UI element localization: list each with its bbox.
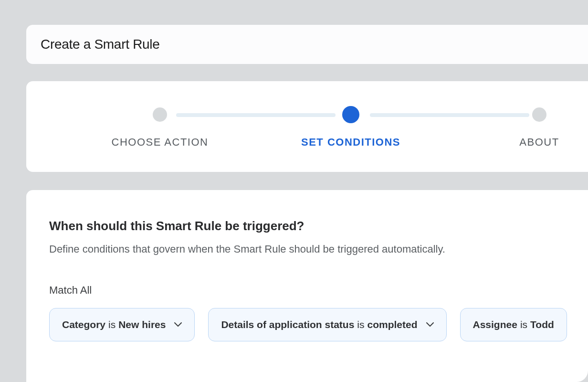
header-card: Create a Smart Rule	[26, 25, 588, 64]
condition-value: New hires	[118, 319, 166, 330]
conditions-description: Define conditions that govern when the S…	[49, 243, 565, 255]
condition-pill-assignee[interactable]: Assignee is Todd	[460, 308, 567, 341]
stepper-label-about[interactable]: ABOUT	[519, 136, 559, 149]
condition-field: Details of application status	[221, 319, 354, 330]
stepper-step-choose-action[interactable]	[153, 107, 167, 122]
match-mode-label: Match All	[49, 284, 565, 297]
chevron-down-icon	[426, 322, 434, 327]
stepper-dot-active	[342, 106, 359, 123]
condition-operator: is	[108, 319, 116, 330]
stepper-dot	[153, 107, 167, 122]
chevron-down-icon	[174, 322, 182, 327]
condition-value: Todd	[530, 319, 554, 330]
condition-value: completed	[367, 319, 417, 330]
stepper-label-set-conditions[interactable]: SET CONDITIONS	[301, 136, 400, 149]
condition-field: Assignee	[473, 319, 517, 330]
stepper-step-about[interactable]	[532, 107, 546, 122]
stepper-dot	[532, 107, 546, 122]
stepper-line	[176, 113, 336, 117]
conditions-heading: When should this Smart Rule be triggered…	[49, 219, 565, 233]
condition-field: Category	[62, 319, 105, 330]
condition-pills-row: Category is New hires Details of applica…	[49, 308, 565, 341]
conditions-card: When should this Smart Rule be triggered…	[26, 190, 588, 382]
condition-operator: is	[357, 319, 364, 330]
stepper-line	[370, 113, 529, 117]
stepper-card: CHOOSE ACTION SET CONDITIONS ABOUT	[26, 81, 588, 172]
condition-pill-category[interactable]: Category is New hires	[49, 308, 195, 341]
page-title: Create a Smart Rule	[41, 37, 160, 52]
stepper-step-set-conditions[interactable]	[342, 107, 359, 122]
condition-pill-application-status[interactable]: Details of application status is complet…	[208, 308, 446, 341]
condition-operator: is	[520, 319, 527, 330]
stepper-label-choose-action[interactable]: CHOOSE ACTION	[112, 136, 209, 149]
